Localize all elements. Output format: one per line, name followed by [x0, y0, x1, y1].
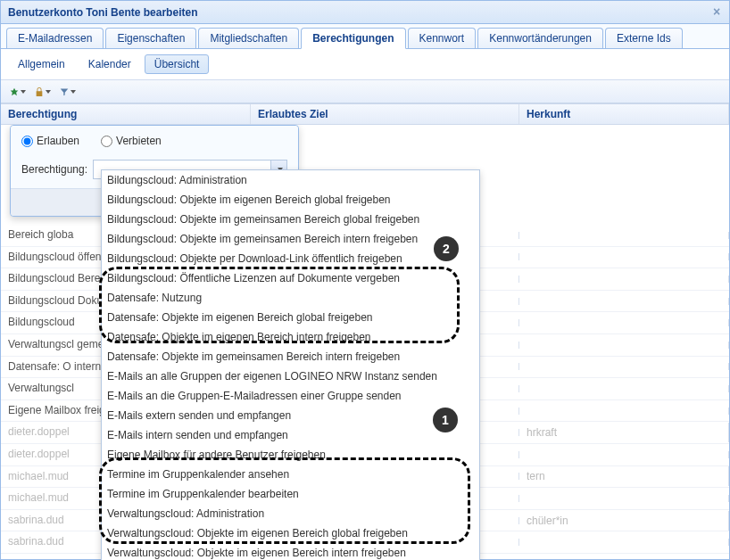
lock-icon[interactable]: [35, 84, 51, 100]
cell-origin: [519, 342, 729, 349]
dropdown-option[interactable]: Bildungscloud: Öffentliche Lizenzen auf …: [102, 268, 479, 288]
dropdown-option[interactable]: Datensafe: Objekte im gemeinsamen Bereic…: [102, 347, 479, 366]
filter-icon[interactable]: [60, 84, 76, 100]
cell-origin: [519, 451, 729, 458]
column-origin[interactable]: Herkunft: [519, 104, 729, 124]
dropdown-option[interactable]: Verwaltungscloud: Objekte im eigenen Ber…: [102, 543, 479, 560]
cell-origin: [519, 319, 729, 326]
radio-allow-input[interactable]: [21, 136, 33, 147]
close-icon[interactable]: ×: [709, 4, 724, 19]
tab-memberships[interactable]: Mitgliedschaften: [198, 28, 299, 48]
radio-allow[interactable]: Erlauben: [21, 135, 79, 147]
tab-password-changes[interactable]: Kennwortänderungen: [477, 28, 603, 48]
dropdown-option[interactable]: Datensafe: Nutzung: [102, 288, 479, 308]
radio-row: Erlauben Verbieten: [21, 135, 287, 147]
dropdown-option[interactable]: Bildungscloud: Objekte per Download-Link…: [102, 249, 479, 268]
dropdown-option[interactable]: E-Mails an alle Gruppen der eigenen LOGI…: [102, 366, 479, 386]
chevron-down-icon: [71, 90, 76, 94]
cell-origin: [519, 298, 729, 305]
chevron-down-icon: [46, 90, 51, 94]
tab-external-ids[interactable]: Externe Ids: [605, 28, 683, 48]
cell-origin: [519, 385, 729, 392]
tab-password[interactable]: Kennwort: [408, 28, 477, 48]
tab-properties[interactable]: Eigenschaften: [105, 28, 196, 48]
titlebar[interactable]: Benutzerkonto Toni Bente bearbeiten ×: [1, 1, 729, 24]
dropdown-option[interactable]: Termine im Gruppenkalender ansehen: [102, 465, 479, 484]
cell-origin: [519, 408, 729, 415]
radio-allow-label: Erlauben: [37, 135, 79, 147]
dropdown-option[interactable]: E-Mails an die Gruppen-E-Mailadressen ei…: [102, 386, 479, 406]
combo-label: Berechtigung:: [21, 163, 87, 176]
cell-origin: [519, 232, 729, 239]
window-title: Benutzerkonto Toni Bente bearbeiten: [8, 6, 197, 19]
column-permission[interactable]: Berechtigung: [1, 104, 251, 124]
dropdown-option[interactable]: Verwaltungscloud: Objekte im eigenen Ber…: [102, 523, 479, 543]
dropdown-option[interactable]: E-Mails extern senden und empfangen: [102, 406, 479, 425]
dropdown-option[interactable]: Bildungscloud: Administration: [102, 170, 479, 190]
tab-permissions[interactable]: Berechtigungen: [301, 28, 405, 49]
cell-origin: hrkraft: [519, 423, 729, 442]
dropdown-option[interactable]: Termine im Gruppenkalender bearbeiten: [102, 484, 479, 504]
cell-origin: [519, 253, 729, 260]
dropdown-option[interactable]: Eigene Mailbox für andere Benutzer freig…: [102, 445, 479, 465]
cell-origin: [519, 363, 729, 370]
dropdown-option[interactable]: Datensafe: Objekte im eigenen Bereich gl…: [102, 308, 479, 327]
radio-deny[interactable]: Verbieten: [101, 135, 162, 147]
subtab-overview[interactable]: Übersicht: [145, 54, 210, 74]
radio-deny-label: Verbieten: [116, 135, 162, 147]
add-icon[interactable]: [10, 84, 26, 100]
sub-tabs: Allgemein Kalender Übersicht: [1, 49, 729, 80]
main-tabs: E-Mailadressen Eigenschaften Mitgliedsch…: [1, 24, 729, 49]
dropdown-option[interactable]: Bildungscloud: Objekte im gemeinsamen Be…: [102, 210, 479, 229]
dropdown-option[interactable]: Bildungscloud: Objekte im gemeinsamen Be…: [102, 229, 479, 249]
toolbar: [1, 80, 729, 103]
column-target[interactable]: Erlaubtes Ziel: [251, 104, 519, 124]
dropdown-option[interactable]: Datensafe: Objekte im eigenen Bereich in…: [102, 327, 479, 347]
subtab-calendar[interactable]: Kalender: [79, 54, 141, 74]
dropdown-option[interactable]: Verwaltungscloud: Administration: [102, 504, 479, 523]
subtab-general[interactable]: Allgemein: [8, 54, 75, 74]
chevron-down-icon: [21, 90, 26, 94]
grid-header: Berechtigung Erlaubtes Ziel Herkunft: [1, 103, 729, 125]
cell-origin: tern: [519, 466, 729, 486]
cell-origin: [519, 276, 729, 283]
cell-origin: [519, 539, 729, 546]
cell-origin: chüler*in: [519, 511, 729, 531]
dropdown-option[interactable]: Bildungscloud: Objekte im eigenen Bereic…: [102, 190, 479, 210]
radio-deny-input[interactable]: [101, 136, 112, 147]
tab-email-addresses[interactable]: E-Mailadressen: [6, 28, 104, 48]
permission-dropdown[interactable]: Bildungscloud: AdministrationBildungsclo…: [101, 169, 480, 560]
dropdown-option[interactable]: E-Mails intern senden und empfangen: [102, 425, 479, 445]
cell-origin: [519, 495, 729, 502]
